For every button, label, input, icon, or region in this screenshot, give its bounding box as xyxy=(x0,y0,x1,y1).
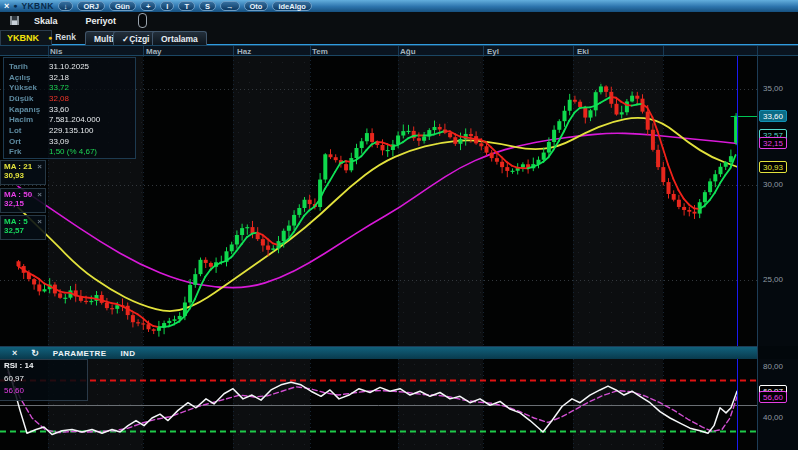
quote-label: Tarih xyxy=(9,62,49,71)
indicator-header-bar: × ↻ PARAMETRE IND xyxy=(0,346,757,359)
down-arrow-button[interactable]: ↓ xyxy=(58,1,74,11)
ma-value: 32,15 xyxy=(4,199,45,208)
idealgo-button[interactable]: ideAlgo xyxy=(272,1,312,11)
ma-close-icon[interactable]: × xyxy=(37,217,42,226)
ind-menu[interactable]: IND xyxy=(121,349,136,358)
quote-value: 33,60 xyxy=(49,105,69,114)
quote-value: 33,72 xyxy=(49,83,69,92)
month-label-tem: Tem xyxy=(312,47,328,56)
menu-row: Skala Periyot xyxy=(0,12,798,29)
indicator-close-icon[interactable]: × xyxy=(12,347,17,359)
quote-label: Ort xyxy=(9,137,49,146)
month-separator xyxy=(483,46,484,55)
window-dot-icon[interactable]: ● xyxy=(13,0,17,12)
tab-row: YKBNK ● Renk Multi ✓Çizgi Ortalama xyxy=(0,29,798,45)
month-separator xyxy=(663,46,664,55)
renk-label: Renk xyxy=(55,32,76,42)
ma-label: MA : 21 xyxy=(4,162,32,171)
trading-app-window: × ● YKBNK ↓ ORJGün+ITS → Oto ideAlgo Ska… xyxy=(0,0,798,450)
quote-label: Frk xyxy=(9,147,49,156)
month-label-eki: Eki xyxy=(577,47,589,56)
titlebar-button-orj[interactable]: ORJ xyxy=(77,1,104,11)
quote-value: 7.581.204.000 xyxy=(49,115,100,124)
ma-legend-box-MA50: MA : 50×32,15 xyxy=(0,188,46,213)
quote-value: 31.10.2025 xyxy=(49,62,89,71)
ma-close-icon[interactable]: × xyxy=(37,162,42,171)
parametre-menu[interactable]: PARAMETRE xyxy=(53,349,107,358)
quote-label: Hacim xyxy=(9,115,49,124)
renk-toggle[interactable]: ● Renk xyxy=(48,32,76,42)
ma-label: MA : 50 xyxy=(4,190,32,199)
titlebar-button-t[interactable]: T xyxy=(178,1,195,11)
tab-cizgi-label: Çizgi xyxy=(129,34,149,44)
quote-label: Yüksek xyxy=(9,83,49,92)
quote-row-lot: Lot229.135.100 xyxy=(9,125,135,136)
month-separator xyxy=(573,46,574,55)
titlebar-button-s[interactable]: S xyxy=(199,1,216,11)
save-icon[interactable] xyxy=(9,15,20,26)
quote-row-hacim: Hacim7.581.204.000 xyxy=(9,114,135,125)
month-separator xyxy=(233,46,234,55)
month-axis-strip: NisMayHazTemAğuEylEki xyxy=(0,45,798,56)
month-separator xyxy=(398,46,399,55)
month-separator xyxy=(143,46,144,55)
ma-label: MA : 5 xyxy=(4,217,28,226)
quote-value: 32,18 xyxy=(49,73,69,82)
ma-close-icon[interactable]: × xyxy=(37,190,42,199)
month-label-nis: Nis xyxy=(50,47,62,56)
menu-skala[interactable]: Skala xyxy=(34,16,58,26)
ma-legend-box-MA21: MA : 21×30,93 xyxy=(0,160,46,185)
price-tick-35: 35,00 xyxy=(763,84,783,93)
titlebar-button-group: ORJGün+ITS xyxy=(77,1,216,11)
quote-value: 32,08 xyxy=(49,94,69,103)
ma-legend-box-MA5: MA : 5×32,57 xyxy=(0,215,46,240)
window-symbol-title: YKBNK xyxy=(22,1,54,11)
titlebar-button-gün[interactable]: Gün xyxy=(109,1,136,11)
rsi-legend: RSI : 14 60,97 56,60 xyxy=(0,359,88,401)
quote-row-düşük: Düşük32,08 xyxy=(9,93,135,104)
rsi-tick-80: 80,00 xyxy=(763,362,783,371)
oto-button[interactable]: Oto xyxy=(244,1,269,11)
quote-panel: Tarih31.10.2025Açılış32,18Yüksek33,72Düş… xyxy=(3,57,136,159)
quote-value: 229.135.100 xyxy=(49,126,94,135)
price-box-ma50: 32,15 xyxy=(759,137,787,149)
rsi-signal-value: 56,60 xyxy=(4,386,87,399)
ma-value: 32,57 xyxy=(4,226,45,235)
rsi-tick-40: 40,00 xyxy=(763,413,783,422)
price-box-ma21: 30,93 xyxy=(759,161,787,173)
renk-color-dot-icon: ● xyxy=(48,34,52,41)
price-tick-25: 25,00 xyxy=(763,275,783,284)
rsi-box-1: 56,60 xyxy=(759,391,787,403)
quote-label: Açılış xyxy=(9,73,49,82)
forward-arrow-button[interactable]: → xyxy=(220,1,240,11)
month-separator xyxy=(48,46,49,55)
ma-value: 30,93 xyxy=(4,171,45,180)
quote-row-ort: Ort33,09 xyxy=(9,136,135,147)
tab-symbol-ykbnk[interactable]: YKBNK xyxy=(0,30,52,45)
rsi-value: 60,97 xyxy=(4,374,87,387)
tab-ortalama[interactable]: Ortalama xyxy=(152,31,207,45)
window-close-icon[interactable]: × xyxy=(4,0,9,12)
titlebar-button-i[interactable]: I xyxy=(160,1,174,11)
quote-label: Lot xyxy=(9,126,49,135)
quote-row-kapanış: Kapanış33,60 xyxy=(9,104,135,115)
indicator-refresh-icon[interactable]: ↻ xyxy=(31,347,39,359)
quote-row-frk: Frk1,50 (% 4,67) xyxy=(9,147,135,158)
axis-gap xyxy=(757,346,798,359)
menu-periyot[interactable]: Periyot xyxy=(86,16,117,26)
month-label-ağu: Ağu xyxy=(400,47,416,56)
title-bar: × ● YKBNK ↓ ORJGün+ITS → Oto ideAlgo xyxy=(0,0,798,12)
month-label-may: May xyxy=(146,47,162,56)
quote-row-tarih: Tarih31.10.2025 xyxy=(9,61,135,72)
rsi-chart-canvas[interactable] xyxy=(0,359,757,450)
quote-row-yüksek: Yüksek33,72 xyxy=(9,82,135,93)
quote-label: Düşük xyxy=(9,94,49,103)
titlebar-button-+[interactable]: + xyxy=(140,1,156,11)
quote-value: 33,09 xyxy=(49,137,69,146)
price-axis-pane: 35,0030,0025,0033,6032,5732,1530,93 xyxy=(757,56,798,346)
month-separator xyxy=(757,46,758,55)
month-separator xyxy=(310,46,311,55)
quote-value: 1,50 (% 4,67) xyxy=(49,147,97,156)
toolbar-handle[interactable] xyxy=(138,13,147,28)
price-tick-30: 30,00 xyxy=(763,180,783,189)
